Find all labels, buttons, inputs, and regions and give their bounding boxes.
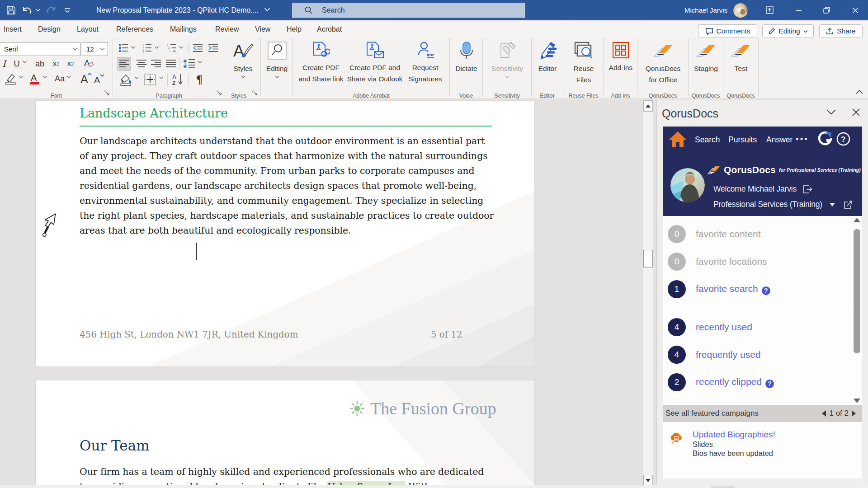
borders-dropdown[interactable] bbox=[159, 76, 163, 79]
paragraph-dialog-launcher[interactable] bbox=[217, 90, 222, 96]
more-menu-button[interactable] bbox=[796, 138, 807, 140]
undo-dropdown[interactable] bbox=[36, 0, 40, 20]
sort-button[interactable]: A Z bbox=[171, 73, 185, 86]
help-badge-icon[interactable]: ? bbox=[762, 286, 770, 295]
tab-design[interactable]: Design bbox=[38, 20, 61, 38]
pager-previous-icon[interactable] bbox=[822, 410, 826, 417]
staging-button[interactable]: Staging bbox=[689, 42, 723, 74]
bullets-dropdown[interactable] bbox=[131, 46, 135, 49]
comments-button[interactable]: Comments bbox=[698, 24, 757, 38]
save-button[interactable] bbox=[6, 0, 16, 20]
undo-button[interactable] bbox=[22, 0, 33, 20]
doc-scroll-down-button[interactable] bbox=[643, 475, 653, 485]
doc-scrollbar-thumb[interactable] bbox=[643, 250, 653, 267]
tab-layout[interactable]: Layout bbox=[77, 20, 99, 38]
create-pdf-share-link-button[interactable]: Create PDF and Share link bbox=[296, 42, 346, 84]
subscript-button[interactable]: x2 bbox=[50, 58, 62, 70]
italic-button[interactable]: I bbox=[0, 58, 8, 70]
task-pane-close-button[interactable] bbox=[852, 108, 860, 116]
shading-button[interactable] bbox=[118, 73, 133, 86]
bullets-button[interactable] bbox=[118, 43, 128, 53]
borders-button[interactable] bbox=[143, 73, 157, 86]
multilevel-dropdown[interactable] bbox=[179, 46, 183, 49]
user-name[interactable]: Michael Jarvis bbox=[684, 0, 727, 20]
tab-insert[interactable]: Insert bbox=[4, 20, 22, 38]
sign-out-icon[interactable] bbox=[803, 185, 812, 193]
account-dropdown-icon[interactable] bbox=[830, 203, 835, 206]
highlight-dropdown[interactable] bbox=[19, 75, 23, 78]
nav-answer[interactable]: Answer bbox=[766, 132, 793, 147]
doc-scroll-up-button[interactable] bbox=[643, 100, 653, 112]
dictate-button[interactable]: Dictate bbox=[450, 42, 483, 74]
list-item-favorite-search[interactable]: 1 favorite search? bbox=[663, 280, 862, 298]
avatar[interactable] bbox=[733, 3, 748, 18]
underline-dropdown[interactable] bbox=[23, 61, 27, 63]
tab-acrobat[interactable]: Acrobat bbox=[317, 20, 342, 38]
search-input[interactable]: Search bbox=[292, 3, 525, 18]
scroll-up-icon[interactable] bbox=[854, 218, 860, 222]
tab-view[interactable]: View bbox=[255, 20, 270, 38]
numbering-button[interactable]: 123 bbox=[142, 43, 152, 53]
minimize-button[interactable] bbox=[788, 0, 809, 20]
help-button[interactable]: ? bbox=[836, 132, 850, 146]
featured-campaigns-label[interactable]: See all featured campaigns bbox=[665, 409, 759, 418]
justify-button[interactable] bbox=[164, 57, 178, 70]
document-canvas[interactable]: Landscape Architecture Our landscape arc… bbox=[0, 99, 656, 485]
external-link-icon[interactable] bbox=[844, 201, 852, 209]
multilevel-list-button[interactable]: 1ai bbox=[166, 43, 176, 53]
line-spacing-dropdown[interactable] bbox=[198, 61, 202, 63]
editing-mode-button[interactable]: Editing bbox=[762, 24, 814, 38]
numbering-dropdown[interactable] bbox=[155, 46, 159, 49]
font-name-combo[interactable]: Serif bbox=[0, 42, 80, 56]
nav-pursuits[interactable]: Pursuits bbox=[728, 132, 757, 147]
pager-next-icon[interactable] bbox=[852, 410, 856, 417]
collapse-ribbon-button[interactable] bbox=[856, 90, 863, 94]
superscript-button[interactable]: x2 bbox=[64, 58, 77, 70]
align-right-button[interactable] bbox=[149, 57, 163, 70]
task-pane-options-button[interactable] bbox=[826, 109, 836, 115]
tab-review[interactable]: Review bbox=[215, 20, 239, 38]
redo-button[interactable] bbox=[45, 0, 57, 20]
featured-campaigns-bar[interactable]: See all featured campaigns 1 of 2 bbox=[663, 405, 862, 422]
decrease-indent-button[interactable] bbox=[193, 43, 203, 53]
scroll-down-icon[interactable] bbox=[854, 399, 860, 403]
clear-formatting-button[interactable]: A bbox=[82, 57, 96, 70]
list-item-frequently-used[interactable]: 4 frequently used bbox=[663, 346, 862, 364]
tab-mailings[interactable]: Mailings bbox=[170, 20, 197, 38]
ribbon-display-options-button[interactable] bbox=[759, 0, 780, 20]
reuse-files-button[interactable]: Reuse Files bbox=[563, 42, 604, 85]
font-size-combo[interactable]: 12 bbox=[82, 42, 108, 56]
strikethrough-button[interactable]: ab bbox=[33, 58, 47, 70]
campaign-card[interactable]: Updated Biographies! Slides Bios have be… bbox=[663, 422, 862, 479]
qorusdocs-refresh-button[interactable] bbox=[817, 131, 832, 146]
font-color-dropdown[interactable] bbox=[43, 75, 47, 78]
doc-scrollbar-track[interactable] bbox=[643, 100, 653, 485]
addins-button[interactable]: Add-ins bbox=[604, 42, 637, 73]
home-button[interactable] bbox=[669, 131, 687, 147]
tab-references[interactable]: References bbox=[116, 20, 153, 38]
panel-scrollbar[interactable] bbox=[853, 216, 861, 405]
title-dropdown[interactable] bbox=[264, 7, 270, 12]
campaign-title[interactable]: Updated Biographies! bbox=[693, 430, 775, 440]
request-signatures-button[interactable]: Request Signatures bbox=[404, 42, 447, 84]
grow-font-button[interactable]: A bbox=[80, 71, 92, 85]
create-pdf-outlook-button[interactable]: Create PDF and Share via Outlook bbox=[348, 42, 401, 84]
list-item-favorite-content[interactable]: 0 favorite content bbox=[663, 225, 862, 243]
underline-button[interactable]: U bbox=[12, 58, 22, 70]
share-button[interactable]: Share bbox=[819, 24, 863, 38]
editing-button[interactable]: Editing bbox=[261, 42, 293, 78]
editor-button[interactable]: Editor bbox=[532, 42, 563, 74]
list-item-favorite-locations[interactable]: 0 favorite locations bbox=[663, 253, 862, 271]
text-highlight-button[interactable] bbox=[3, 72, 18, 85]
help-badge-icon[interactable]: ? bbox=[765, 380, 774, 388]
styles-dialog-launcher[interactable] bbox=[252, 90, 258, 96]
shading-dropdown[interactable] bbox=[135, 76, 139, 79]
line-spacing-button[interactable] bbox=[182, 57, 196, 70]
font-color-button[interactable]: A bbox=[28, 72, 42, 85]
list-item-recently-used[interactable]: 4 recently used bbox=[663, 318, 862, 336]
change-case-dropdown[interactable] bbox=[67, 75, 71, 78]
close-button[interactable] bbox=[845, 0, 866, 20]
panel-scrollbar-thumb[interactable] bbox=[854, 229, 860, 353]
tab-help[interactable]: Help bbox=[287, 20, 302, 38]
nav-search[interactable]: Search bbox=[695, 132, 720, 147]
